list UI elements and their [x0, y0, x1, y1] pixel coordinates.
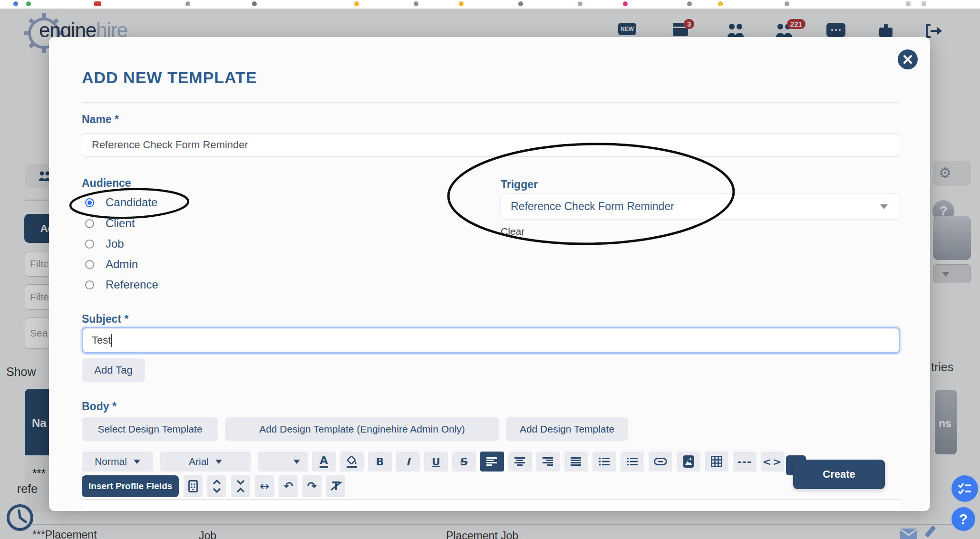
ordered-list-button[interactable]: [621, 452, 644, 472]
editor-toolbar-row-1: Normal Arial A B I U S: [82, 452, 785, 472]
justify-icon: [571, 457, 582, 466]
image-icon: [683, 455, 694, 468]
radio-label[interactable]: Candidate: [106, 196, 157, 209]
align-left-button[interactable]: [480, 452, 504, 472]
modal-title: ADD NEW TEMPLATE: [82, 68, 257, 87]
audience-option-candidate[interactable]: Candidate: [85, 196, 157, 209]
help-button[interactable]: ?: [951, 507, 975, 531]
radio-label[interactable]: Reference: [106, 278, 158, 291]
undo-icon: ↶: [283, 480, 293, 493]
redo-button[interactable]: ↷: [302, 475, 321, 497]
body-editor-area[interactable]: [82, 499, 900, 511]
audience-option-client[interactable]: Client: [85, 217, 135, 230]
subject-input[interactable]: Test: [82, 327, 900, 354]
horizontal-rule-icon: ---: [737, 456, 752, 468]
favicon-dot: [185, 1, 190, 6]
background-color-button[interactable]: [340, 452, 364, 472]
favicon-dot: [518, 1, 523, 6]
underline-icon: U: [432, 456, 440, 468]
full-width-button[interactable]: ↔: [255, 475, 274, 497]
special-characters-button[interactable]: [184, 475, 203, 497]
text-color-button[interactable]: A: [312, 452, 336, 472]
font-family-dropdown[interactable]: Arial: [160, 452, 251, 472]
radio-selected-icon[interactable]: [85, 198, 94, 207]
table-icon: [711, 456, 722, 467]
underline-button[interactable]: U: [424, 452, 448, 472]
paragraph-format-dropdown[interactable]: Normal: [82, 452, 153, 472]
ordered-list-icon: [627, 457, 638, 466]
clear-formatting-button[interactable]: T: [326, 475, 345, 497]
title-divider: [82, 102, 900, 103]
radio-label[interactable]: Client: [106, 217, 135, 230]
horizontal-arrows-icon: ↔: [260, 480, 269, 493]
italic-button[interactable]: I: [396, 452, 420, 472]
favicon-dot: [687, 1, 692, 6]
favicon-dot: [459, 1, 464, 6]
chevron-down-icon: [134, 460, 140, 464]
create-button[interactable]: Create: [793, 460, 885, 489]
bold-icon: B: [376, 456, 384, 468]
insert-image-button[interactable]: [677, 452, 700, 472]
collapse-height-button[interactable]: [231, 475, 250, 497]
add-new-template-modal: ADD NEW TEMPLATE Name * Audience Candida…: [49, 37, 930, 511]
insert-profile-fields-button[interactable]: Insert Profile Fields: [82, 475, 179, 497]
unordered-list-icon: [599, 457, 610, 466]
code-view-button[interactable]: <>: [761, 452, 785, 472]
align-right-icon: [543, 457, 554, 466]
favicon-dot: [354, 1, 359, 6]
name-label: Name *: [82, 113, 119, 126]
expand-height-button[interactable]: [207, 475, 226, 497]
align-right-button[interactable]: [536, 452, 560, 472]
paragraph-format-value: Normal: [95, 456, 127, 467]
trigger-select[interactable]: Reference Check Form Reminder: [501, 193, 900, 219]
add-tag-button[interactable]: Add Tag: [82, 358, 145, 382]
subject-label: Subject *: [82, 313, 128, 326]
trigger-label: Trigger: [501, 178, 538, 191]
select-design-template-button[interactable]: Select Design Template: [82, 417, 218, 441]
name-input[interactable]: [82, 133, 900, 157]
italic-icon: I: [406, 456, 410, 468]
chevron-down-icon: [215, 460, 222, 464]
align-center-button[interactable]: [508, 452, 532, 472]
trigger-clear-link[interactable]: Clear: [501, 226, 524, 237]
radio-icon[interactable]: [85, 260, 94, 269]
radio-icon[interactable]: [85, 280, 94, 289]
link-icon: [654, 458, 667, 465]
clock-icon[interactable]: [6, 503, 34, 532]
justify-button[interactable]: [564, 452, 588, 472]
bold-button[interactable]: B: [368, 452, 392, 472]
favicon-dot: [13, 1, 18, 6]
audience-option-reference[interactable]: Reference: [85, 278, 158, 291]
unordered-list-button[interactable]: [592, 452, 616, 472]
align-center-icon: [514, 457, 526, 466]
insert-link-button[interactable]: [649, 452, 672, 472]
strikethrough-button[interactable]: S: [452, 452, 476, 472]
tasks-help-button[interactable]: [951, 475, 978, 502]
close-button[interactable]: [898, 49, 918, 69]
add-design-template-button[interactable]: Add Design Template: [506, 417, 628, 441]
favicon-dot: [922, 1, 926, 6]
horizontal-rule-button[interactable]: ---: [733, 452, 757, 472]
undo-button[interactable]: ↶: [279, 475, 298, 497]
chevron-down-icon: [293, 460, 300, 464]
question-mark-icon: ?: [959, 511, 968, 527]
browser-bookmarks-strip: [0, 0, 980, 9]
text-cursor: [111, 334, 112, 347]
expand-vertical-icon: [213, 480, 221, 493]
audience-option-job[interactable]: Job: [85, 237, 124, 250]
radio-label[interactable]: Admin: [106, 258, 138, 271]
editor-toolbar-row-2: Insert Profile Fields: [82, 475, 345, 497]
add-design-template-admin-button[interactable]: Add Design Template (Enginehire Admin On…: [225, 417, 499, 441]
radio-icon[interactable]: [85, 240, 94, 249]
checklist-icon: [958, 482, 972, 495]
align-left-icon: [486, 457, 498, 466]
font-family-value: Arial: [189, 456, 209, 467]
audience-label: Audience: [82, 177, 131, 190]
audience-option-admin[interactable]: Admin: [85, 258, 138, 271]
radio-label[interactable]: Job: [106, 237, 124, 250]
chevron-down-icon: [880, 204, 888, 209]
redo-icon: ↷: [307, 480, 317, 493]
insert-table-button[interactable]: [705, 452, 728, 472]
font-size-dropdown[interactable]: [258, 452, 308, 472]
radio-icon[interactable]: [85, 219, 94, 228]
